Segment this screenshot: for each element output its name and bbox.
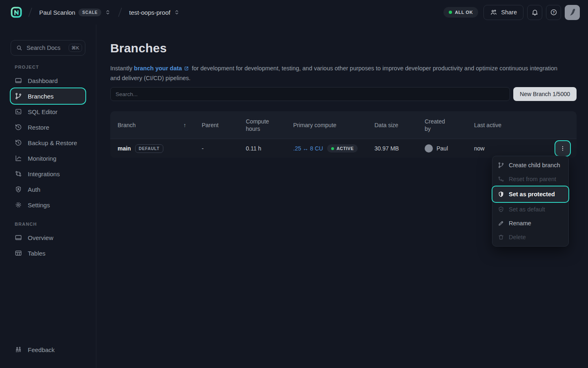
column-header-data-size: Data size	[374, 122, 425, 128]
menu-item-reset-from-parent: Reset from parent	[492, 172, 568, 186]
sidebar-item-backup-restore[interactable]: Backup & Restore	[11, 135, 85, 150]
column-label: Primary compute	[293, 122, 336, 128]
overview-icon	[15, 234, 22, 241]
search-icon	[16, 45, 22, 51]
sidebar-item-label: Dashboard	[28, 77, 58, 84]
menu-item-create-child-branch[interactable]: Create child branch	[492, 158, 568, 172]
branches-icon	[15, 92, 22, 100]
new-branch-button[interactable]: New Branch 1/5000	[513, 87, 577, 101]
settings-icon	[15, 201, 22, 209]
sidebar-item-label: Branches	[28, 93, 53, 100]
branches-toolbar: New Branch 1/5000	[110, 87, 577, 101]
table-header: Branch ↑ Parent Compute hours Primary co…	[110, 111, 577, 139]
column-label: Branch	[118, 122, 136, 128]
parent-cell: -	[202, 145, 246, 152]
branch-cell: main DEFAULT	[110, 144, 202, 153]
last-active-cell: now	[474, 145, 531, 152]
menu-item-label: Reset from parent	[509, 176, 556, 182]
menu-item-rename[interactable]: Rename	[492, 216, 568, 230]
bell-icon	[531, 9, 539, 16]
project-name: test-oops-proof	[129, 9, 170, 16]
sidebar-item-sql-editor[interactable]: SQL Editor	[11, 104, 85, 119]
sidebar-item-label: Monitoring	[28, 155, 56, 162]
column-header-parent: Parent	[202, 122, 246, 128]
sql-editor-icon	[15, 108, 22, 115]
column-header-created-by: Created by	[425, 118, 474, 132]
menu-item-set-as-default: Set as default	[492, 202, 568, 216]
sidebar-item-label: Auth	[28, 186, 40, 193]
menu-item-set-as-protected[interactable]: Set as protected	[492, 186, 568, 202]
sort-ascending-icon: ↑	[183, 122, 186, 128]
neon-logo-icon[interactable]	[9, 5, 24, 20]
help-button[interactable]: ?	[546, 5, 561, 20]
branch-name: main	[118, 145, 131, 152]
org-switcher[interactable]: Paul Scanlon SCALE	[37, 7, 114, 18]
people-icon	[490, 9, 497, 16]
sidebar-item-monitoring[interactable]: Monitoring	[11, 150, 85, 166]
user-avatar[interactable]	[565, 5, 580, 20]
menu-item-label: Set as default	[509, 206, 545, 213]
sidebar-item-dashboard[interactable]: Dashboard	[11, 73, 85, 88]
pencil-icon	[498, 220, 504, 227]
column-label: Created by	[425, 118, 449, 132]
share-button[interactable]: Share	[483, 5, 523, 20]
search-docs-button[interactable]: Search Docs ⌘K	[11, 40, 85, 56]
sidebar-item-branches[interactable]: Branches	[11, 88, 85, 104]
app: Paul Scanlon SCALE test-oops-proof ALL O…	[0, 0, 588, 368]
section-label-branch: BRANCH	[0, 222, 96, 227]
column-label: Data size	[374, 122, 398, 128]
compute-hours-cell: 0.11 h	[246, 145, 293, 152]
help-icon: ?	[550, 9, 557, 16]
default-badge: DEFAULT	[135, 144, 163, 153]
branch-your-data-link[interactable]: branch your data	[134, 65, 182, 72]
column-header-primary-compute: Primary compute	[293, 122, 374, 128]
column-label: Last active	[474, 122, 501, 128]
user-avatar	[425, 144, 433, 153]
sidebar-item-feedback[interactable]: Feedback	[11, 342, 85, 357]
sidebar-item-label: Overview	[28, 234, 53, 241]
sidebar-item-settings[interactable]: Settings	[11, 197, 85, 213]
menu-item-label: Set as protected	[509, 191, 555, 197]
chevrons-updown-icon	[174, 9, 180, 16]
dashboard-icon	[15, 77, 22, 84]
sidebar-item-auth[interactable]: Auth	[11, 182, 85, 197]
svg-text:?: ?	[552, 11, 555, 14]
sidebar-item-label: SQL Editor	[28, 108, 58, 115]
sidebar-item-label: Tables	[28, 250, 45, 257]
integrations-icon	[15, 170, 22, 177]
branch-search-input[interactable]	[110, 87, 510, 101]
page-title: Branches	[110, 41, 577, 56]
project-switcher[interactable]: test-oops-proof	[127, 7, 183, 18]
plan-badge: SCALE	[78, 9, 101, 16]
reset-icon	[498, 176, 504, 182]
shield-icon	[498, 191, 504, 197]
sidebar-item-label: Integrations	[28, 171, 60, 177]
notifications-button[interactable]	[527, 5, 542, 20]
status-ok-dot-icon	[449, 11, 452, 14]
data-size-cell: 30.97 MB	[374, 145, 425, 152]
backup-restore-icon	[15, 139, 22, 146]
sidebar-item-overview[interactable]: Overview	[11, 230, 85, 245]
status-badge[interactable]: ALL OK	[443, 7, 478, 18]
sidebar-item-tables[interactable]: Tables	[11, 245, 85, 261]
table-row-main[interactable]: main DEFAULT - 0.11 h .25 ↔ 8 CU ACTIVE …	[110, 139, 577, 158]
tables-icon	[15, 249, 22, 257]
feedback-icon	[15, 346, 22, 353]
monitoring-icon	[15, 155, 22, 162]
external-link-icon	[184, 65, 189, 74]
chevrons-updown-icon	[105, 9, 111, 16]
compute-size-link[interactable]: .25 ↔ 8 CU	[293, 145, 323, 152]
sidebar: Search Docs ⌘K PROJECT Dashboard Branche…	[0, 25, 96, 368]
topbar-actions: ALL OK Share ?	[443, 5, 580, 20]
column-header-last-active: Last active	[474, 122, 531, 128]
sidebar-item-restore[interactable]: Restore	[11, 119, 85, 135]
section-label-project: PROJECT	[0, 65, 96, 70]
sidebar-item-integrations[interactable]: Integrations	[11, 166, 85, 182]
row-actions-kebab-button[interactable]	[555, 141, 570, 156]
column-header-branch[interactable]: Branch ↑	[110, 122, 202, 128]
description-prefix: Instantly	[110, 65, 134, 72]
menu-item-label: Delete	[509, 234, 526, 240]
active-dot-icon	[331, 147, 334, 150]
actions-cell	[531, 141, 577, 156]
menu-item-label: Create child branch	[509, 162, 560, 168]
